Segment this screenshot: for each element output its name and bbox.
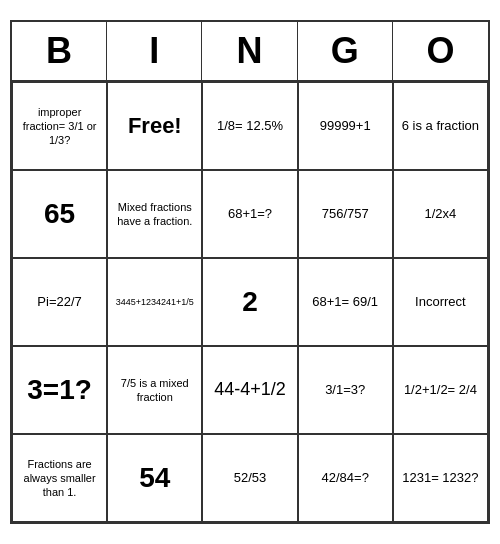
bingo-cell-r2c3: 68+1=? — [202, 170, 297, 258]
bingo-cell-r4c4: 3/1=3? — [298, 346, 393, 434]
bingo-card: BINGO improper fraction= 3/1 or 1/3?Free… — [10, 20, 490, 524]
bingo-cell-r3c5: Incorrect — [393, 258, 488, 346]
bingo-cell-r4c5: 1/2+1/2= 2/4 — [393, 346, 488, 434]
bingo-cell-r5c4: 42/84=? — [298, 434, 393, 522]
bingo-cell-r2c5: 1/2x4 — [393, 170, 488, 258]
bingo-cell-r1c3: 1/8= 12.5% — [202, 82, 297, 170]
bingo-cell-r4c2: 7/5 is a mixed fraction — [107, 346, 202, 434]
bingo-cell-r1c4: 99999+1 — [298, 82, 393, 170]
bingo-cell-r5c5: 1231= 1232? — [393, 434, 488, 522]
header-letter: G — [298, 22, 393, 80]
bingo-cell-r2c4: 756/757 — [298, 170, 393, 258]
bingo-grid: improper fraction= 3/1 or 1/3?Free!1/8= … — [12, 82, 488, 522]
bingo-cell-r3c3: 2 — [202, 258, 297, 346]
bingo-cell-r1c5: 6 is a fraction — [393, 82, 488, 170]
bingo-cell-r2c1: 65 — [12, 170, 107, 258]
bingo-cell-r2c2: Mixed fractions have a fraction. — [107, 170, 202, 258]
bingo-cell-r1c2: Free! — [107, 82, 202, 170]
bingo-cell-r5c1: Fractions are always smaller than 1. — [12, 434, 107, 522]
bingo-cell-r3c4: 68+1= 69/1 — [298, 258, 393, 346]
bingo-cell-r1c1: improper fraction= 3/1 or 1/3? — [12, 82, 107, 170]
bingo-cell-r3c2: 3445+1234241+1/5 — [107, 258, 202, 346]
bingo-cell-r4c3: 44-4+1/2 — [202, 346, 297, 434]
header-letter: O — [393, 22, 488, 80]
bingo-header: BINGO — [12, 22, 488, 82]
header-letter: I — [107, 22, 202, 80]
header-letter: N — [202, 22, 297, 80]
bingo-cell-r5c3: 52/53 — [202, 434, 297, 522]
header-letter: B — [12, 22, 107, 80]
bingo-cell-r4c1: 3=1? — [12, 346, 107, 434]
bingo-cell-r5c2: 54 — [107, 434, 202, 522]
bingo-cell-r3c1: Pi=22/7 — [12, 258, 107, 346]
